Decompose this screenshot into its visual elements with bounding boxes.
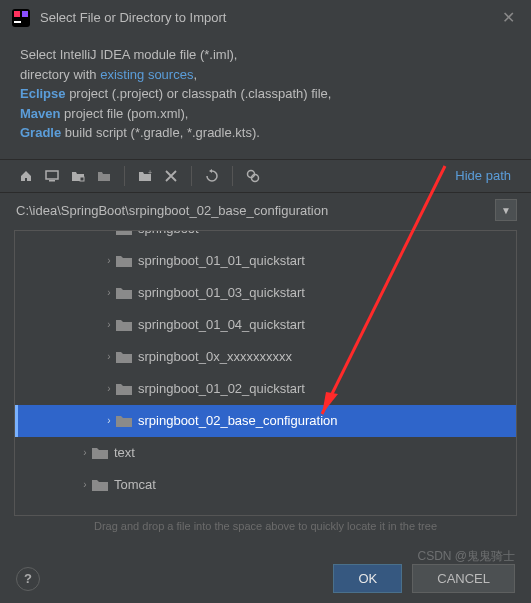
desc-text: build script (*.gradle, *.gradle.kts). <box>61 125 260 140</box>
chevron-right-icon[interactable]: › <box>102 287 116 298</box>
home-icon[interactable] <box>14 164 38 188</box>
tree-item[interactable]: ›springboot_01_01_quickstart <box>15 245 516 277</box>
existing-sources-link[interactable]: existing sources <box>100 67 193 82</box>
tree-item[interactable]: ›text <box>15 437 516 469</box>
tree-item[interactable]: ›srpingboot_0x_xxxxxxxxxx <box>15 341 516 373</box>
tree-item[interactable]: ›springboot_01_04_quickstart <box>15 309 516 341</box>
tree-item-label: springboot <box>138 230 199 237</box>
window-title: Select File or Directory to Import <box>40 10 498 25</box>
gradle-label: Gradle <box>20 125 61 140</box>
tree-item[interactable]: ›springboot <box>15 230 516 245</box>
project-icon[interactable] <box>66 164 90 188</box>
folder-icon <box>92 446 108 460</box>
tree-item-label: srpingboot_02_base_configuration <box>138 413 338 428</box>
delete-icon[interactable] <box>159 164 183 188</box>
tree-item-label: text <box>114 445 135 460</box>
folder-icon <box>116 230 132 236</box>
separator <box>191 166 192 186</box>
path-row: C:\idea\SpringBoot\srpingboot_02_base_co… <box>0 193 531 228</box>
chevron-right-icon[interactable]: › <box>102 351 116 362</box>
svg-rect-1 <box>14 11 20 17</box>
tree-item[interactable]: ›srpingboot_02_base_configuration <box>15 405 516 437</box>
folder-icon <box>116 254 132 268</box>
chevron-right-icon[interactable]: › <box>102 230 116 235</box>
ok-button[interactable]: OK <box>333 564 402 593</box>
titlebar: Select File or Directory to Import ✕ <box>0 0 531 35</box>
app-icon <box>12 9 30 27</box>
hide-path-link[interactable]: Hide path <box>449 164 517 187</box>
folder-icon <box>92 478 108 492</box>
maven-label: Maven <box>20 106 60 121</box>
path-dropdown-icon[interactable]: ▼ <box>495 199 517 221</box>
folder-icon <box>116 414 132 428</box>
cancel-button[interactable]: CANCEL <box>412 564 515 593</box>
show-hidden-icon[interactable] <box>241 164 265 188</box>
tree-item-label: srpingboot_0x_xxxxxxxxxx <box>138 349 292 364</box>
chevron-right-icon[interactable]: › <box>78 447 92 458</box>
folder-icon <box>116 286 132 300</box>
chevron-right-icon[interactable]: › <box>102 383 116 394</box>
module-icon[interactable] <box>92 164 116 188</box>
svg-rect-2 <box>22 11 28 17</box>
desc-text: , <box>193 67 197 82</box>
svg-text:+: + <box>148 169 152 176</box>
refresh-icon[interactable] <box>200 164 224 188</box>
tree-item-label: srpingboot_01_02_quickstart <box>138 381 305 396</box>
tree-scroll[interactable]: ›springboot›springboot_01_01_quickstart›… <box>14 230 517 516</box>
svg-rect-6 <box>80 177 84 181</box>
tree-item-label: Tomcat <box>114 477 156 492</box>
svg-point-9 <box>248 170 255 177</box>
svg-rect-4 <box>46 171 58 179</box>
svg-rect-3 <box>14 21 21 23</box>
toolbar: + Hide path <box>0 159 531 193</box>
tree-item[interactable]: ›springboot_01_03_quickstart <box>15 277 516 309</box>
desktop-icon[interactable] <box>40 164 64 188</box>
tree-item-label: springboot_01_03_quickstart <box>138 285 305 300</box>
close-icon[interactable]: ✕ <box>498 8 519 27</box>
chevron-right-icon[interactable]: › <box>78 479 92 490</box>
footer: ? OK CANCEL <box>0 554 531 603</box>
chevron-right-icon[interactable]: › <box>102 415 116 426</box>
desc-text: directory with <box>20 67 100 82</box>
new-folder-icon[interactable]: + <box>133 164 157 188</box>
file-tree: ›springboot›springboot_01_01_quickstart›… <box>0 228 531 516</box>
tree-item[interactable]: ›srpingboot_01_02_quickstart <box>15 373 516 405</box>
desc-text: project (.project) or classpath (.classp… <box>66 86 332 101</box>
svg-rect-5 <box>49 180 55 182</box>
chevron-right-icon[interactable]: › <box>102 255 116 266</box>
folder-icon <box>116 382 132 396</box>
tree-item-label: springboot_01_04_quickstart <box>138 317 305 332</box>
chevron-right-icon[interactable]: › <box>102 319 116 330</box>
separator <box>232 166 233 186</box>
help-button[interactable]: ? <box>16 567 40 591</box>
folder-icon <box>116 350 132 364</box>
description-block: Select IntelliJ IDEA module file (*.iml)… <box>0 35 531 159</box>
svg-point-10 <box>252 174 259 181</box>
path-input[interactable]: C:\idea\SpringBoot\srpingboot_02_base_co… <box>14 199 489 222</box>
tree-item[interactable]: ›Tomcat <box>15 469 516 501</box>
desc-text: project file (pom.xml), <box>60 106 188 121</box>
drag-hint: Drag and drop a file into the space abov… <box>0 516 531 542</box>
tree-item-label: springboot_01_01_quickstart <box>138 253 305 268</box>
separator <box>124 166 125 186</box>
folder-icon <box>116 318 132 332</box>
desc-text: Select IntelliJ IDEA module file (*.iml)… <box>20 47 237 62</box>
eclipse-label: Eclipse <box>20 86 66 101</box>
